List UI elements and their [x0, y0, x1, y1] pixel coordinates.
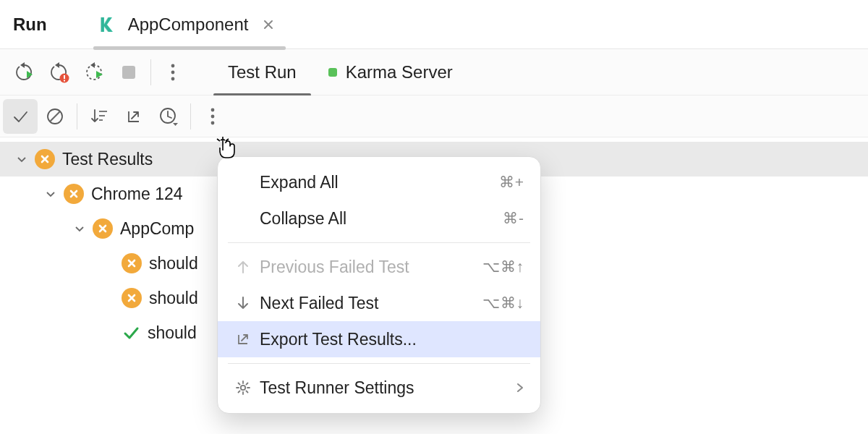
svg-line-8 — [50, 111, 60, 122]
menu-previous-failed: Previous Failed Test ⌥⌘↑ — [218, 249, 540, 285]
svg-point-16 — [241, 386, 245, 390]
svg-rect-2 — [64, 80, 65, 81]
svg-point-4 — [171, 64, 175, 67]
test-results-toolbar — [0, 95, 868, 137]
menu-item-shortcut: ⌥⌘↑ — [482, 258, 525, 276]
menu-item-label: Expand All — [260, 173, 499, 192]
sort-button[interactable] — [82, 99, 116, 134]
menu-collapse-all[interactable]: Collapse All ⌘- — [218, 200, 540, 237]
expand-all-button[interactable] — [116, 99, 151, 134]
run-config-tab-label: AppComponent — [128, 14, 249, 35]
toolbar-divider — [150, 59, 151, 85]
tab-test-run-label: Test Run — [228, 62, 297, 82]
menu-export-results[interactable]: Export Test Results... — [218, 321, 540, 357]
context-menu: Expand All ⌘+ Collapse All ⌘- Previous F… — [217, 156, 541, 414]
stop-button[interactable] — [111, 55, 146, 90]
menu-separator — [228, 363, 530, 364]
tree-test-label: should — [149, 289, 198, 308]
tree-browser-label: Chrome 124 — [91, 184, 183, 204]
toolbar-divider — [77, 103, 77, 129]
svg-rect-3 — [122, 66, 135, 79]
run-panel-title: Run — [13, 14, 47, 35]
arrow-up-icon — [232, 260, 254, 274]
server-running-icon — [328, 68, 337, 77]
menu-item-label: Export Test Results... — [260, 330, 524, 349]
status-failed-icon — [122, 288, 142, 308]
status-passed-icon — [122, 323, 140, 342]
run-panel-header: Run AppComponent — [0, 0, 868, 49]
export-icon — [232, 332, 254, 346]
close-icon[interactable] — [263, 19, 274, 30]
menu-item-label: Test Runner Settings — [260, 378, 516, 398]
tree-test-label: should — [148, 323, 197, 343]
menu-separator — [228, 242, 530, 243]
more-actions-button[interactable] — [156, 55, 190, 90]
show-ignored-button[interactable] — [38, 99, 72, 134]
menu-settings[interactable]: Test Runner Settings — [218, 370, 540, 406]
gear-icon — [232, 380, 254, 396]
show-passed-button[interactable] — [3, 99, 38, 134]
tab-karma-server-label: Karma Server — [346, 62, 453, 82]
menu-item-label: Collapse All — [260, 209, 503, 229]
rerun-failed-button[interactable] — [42, 55, 77, 90]
arrow-down-icon — [232, 296, 254, 310]
svg-point-14 — [211, 114, 215, 118]
tree-root-label: Test Results — [62, 150, 153, 169]
menu-item-shortcut: ⌘- — [503, 210, 524, 227]
chevron-down-icon[interactable] — [13, 150, 30, 168]
chevron-down-icon[interactable] — [42, 185, 59, 203]
svg-point-5 — [171, 70, 175, 74]
tree-test-label: should — [149, 254, 198, 273]
history-button[interactable] — [151, 99, 186, 134]
tree-suite-label: AppComp — [120, 219, 194, 239]
status-failed-icon — [122, 253, 142, 273]
menu-item-label: Next Failed Test — [260, 294, 482, 313]
toolbar-divider — [190, 103, 191, 129]
menu-expand-all[interactable]: Expand All ⌘+ — [218, 164, 540, 200]
status-failed-icon — [35, 149, 55, 169]
run-config-tab[interactable]: AppComponent — [93, 0, 281, 49]
svg-point-13 — [211, 108, 215, 111]
menu-item-label: Previous Failed Test — [260, 258, 482, 277]
toggle-auto-test-button[interactable] — [77, 55, 111, 90]
rerun-button[interactable] — [7, 55, 42, 90]
menu-item-shortcut: ⌘+ — [499, 174, 524, 191]
chevron-right-icon — [516, 382, 524, 393]
status-failed-icon — [93, 218, 113, 239]
status-failed-icon — [64, 184, 84, 204]
chevron-down-icon[interactable] — [71, 220, 88, 237]
tab-test-run[interactable]: Test Run — [212, 49, 312, 95]
run-toolbar: Test Run Karma Server — [0, 49, 868, 95]
svg-rect-1 — [64, 75, 65, 79]
tab-karma-server[interactable]: Karma Server — [312, 49, 469, 95]
karma-icon — [99, 15, 121, 34]
svg-point-15 — [211, 121, 215, 124]
output-tabs: Test Run Karma Server — [212, 49, 469, 95]
test-results-more-button[interactable] — [195, 99, 230, 134]
svg-point-6 — [171, 77, 175, 80]
menu-next-failed[interactable]: Next Failed Test ⌥⌘↓ — [218, 285, 540, 321]
menu-item-shortcut: ⌥⌘↓ — [482, 294, 525, 312]
